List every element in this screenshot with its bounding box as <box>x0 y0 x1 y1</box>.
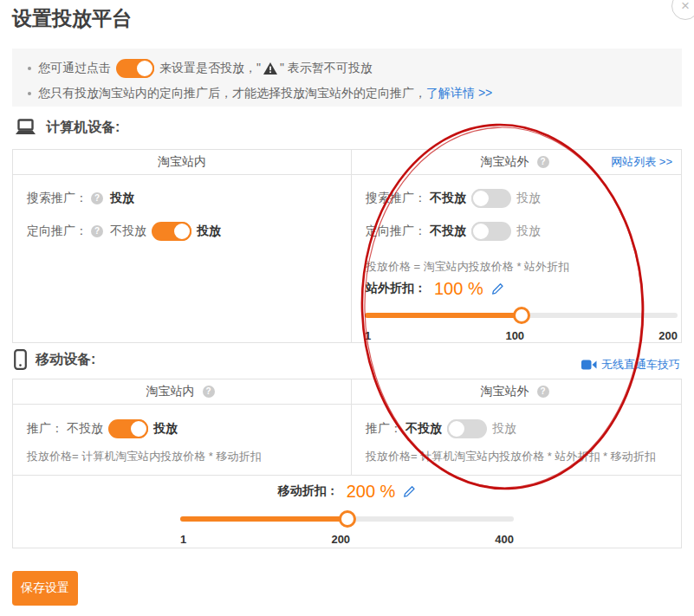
edit-pencil-icon[interactable] <box>403 485 416 498</box>
bullet-dot <box>28 67 31 70</box>
computer-table-header: 淘宝站内 淘宝站外 ? 网站列表 >> <box>13 150 681 175</box>
website-list-link[interactable]: 网站列表 >> <box>611 150 672 174</box>
toggle-knob <box>172 222 191 241</box>
header-offsite: 淘宝站外 ? <box>352 379 681 404</box>
mobile-discount-area: 移动折扣： 200 % 1 200 400 <box>13 475 681 546</box>
notice-line-2: 您只有投放淘宝站内的定向推广后，才能选择投放淘宝站外的定向推广， 了解详情 >> <box>24 82 670 105</box>
targeted-promo-row: 定向推广： 不投放 投放 <box>352 215 681 248</box>
notice-box: 您可通过点击 来设置是否投放，" " 表示暂不可投放 您只有投放淘宝站内的定向推… <box>12 49 682 107</box>
help-icon[interactable]: ? <box>91 225 103 237</box>
slider-handle[interactable] <box>339 510 356 528</box>
toggle-knob <box>447 419 466 438</box>
slider-handle[interactable] <box>513 307 530 324</box>
offsite-price-formula: 投放价格 = 淘宝站内投放价格 * 站外折扣 <box>352 256 681 277</box>
mobile-offsite-formula: 投放价格= 计算机淘宝站内投放价格 * 站外折扣 * 移动折扣 <box>352 446 681 467</box>
learn-more-link[interactable]: 了解详情 >> <box>426 86 492 101</box>
computer-onsite-cell: 搜索推广： ? 投放 定向推广： ? 不投放 投放 <box>13 175 352 342</box>
toggle-knob <box>471 189 490 208</box>
search-promo-row: 搜索推广： 不投放 投放 <box>352 182 681 215</box>
warning-icon <box>263 62 277 75</box>
toggle-knob <box>129 419 148 438</box>
section-title: 移动设备: <box>36 351 95 369</box>
notice-line-1: 您可通过点击 来设置是否投放，" " 表示暂不可投放 <box>24 57 670 80</box>
mobile-onsite-promo-toggle[interactable] <box>108 419 148 438</box>
bullet-dot <box>28 92 31 95</box>
help-icon[interactable]: ? <box>91 192 103 204</box>
mobile-offsite-promo-toggle[interactable] <box>447 419 487 438</box>
targeted-promo-row: 定向推广： ? 不投放 投放 <box>13 215 351 248</box>
toggle-knob <box>471 222 490 241</box>
computer-table: 淘宝站内 淘宝站外 ? 网站列表 >> 搜索推广： ? 投放 定向推广： ? 不… <box>12 149 682 343</box>
mobile-onsite-cell: 推广： 不投放 投放 投放价格= 计算机淘宝站内投放价格 * 移动折扣 <box>13 405 352 475</box>
notice-text: 您只有投放淘宝站内的定向推广后，才能选择投放淘宝站外的定向推广， <box>38 86 426 101</box>
toggle-knob <box>135 59 154 78</box>
help-icon[interactable]: ? <box>537 156 549 168</box>
computer-offsite-cell: 搜索推广： 不投放 投放 定向推广： 不投放 投放 投放价格 = 淘宝站内投放价… <box>352 175 681 342</box>
computer-offsite-search-toggle[interactable] <box>471 189 511 208</box>
notice-text: " 表示暂不可投放 <box>280 61 373 76</box>
mobile-discount-slider[interactable] <box>180 510 514 528</box>
promo-row: 推广： 不投放 投放 <box>13 413 351 444</box>
example-toggle <box>116 59 154 78</box>
computer-section-label: 计算机设备: <box>14 119 120 137</box>
search-promo-row: 搜索推广： ? 投放 <box>13 182 351 215</box>
mobile-discount-value: 200 % <box>347 482 396 502</box>
promo-row: 推广： 不投放 投放 <box>352 413 681 444</box>
offsite-discount-value: 100 % <box>434 279 483 299</box>
video-camera-icon <box>581 360 597 370</box>
edit-pencil-icon[interactable] <box>491 282 504 295</box>
header-onsite: 淘宝站内 ? <box>13 379 352 404</box>
computer-onsite-targeted-toggle[interactable] <box>152 222 191 241</box>
help-icon[interactable]: ? <box>203 386 215 398</box>
notice-text: 您可通过点击 <box>38 61 111 76</box>
help-icon[interactable]: ? <box>537 386 549 398</box>
mobile-section-label: 移动设备: <box>14 349 95 370</box>
mobile-table: 淘宝站内 ? 淘宝站外 ? 推广： 不投放 投放 投放价格= 计算机淘宝站内投放… <box>12 379 682 548</box>
section-title: 计算机设备: <box>46 119 120 137</box>
mobile-offsite-cell: 推广： 不投放 投放 投放价格= 计算机淘宝站内投放价格 * 站外折扣 * 移动… <box>352 405 681 475</box>
notice-text: 来设置是否投放，" <box>159 61 261 76</box>
mobile-discount-line: 移动折扣： 200 % <box>13 480 681 503</box>
offsite-discount-slider[interactable] <box>365 307 678 324</box>
slider-scale: 1 200 400 <box>180 533 514 546</box>
laptop-icon <box>14 119 37 137</box>
computer-offsite-targeted-toggle[interactable] <box>471 222 511 241</box>
phone-icon <box>14 349 27 370</box>
mobile-table-header: 淘宝站内 ? 淘宝站外 ? <box>13 379 681 405</box>
slider-fill <box>365 313 522 318</box>
page-title: 设置投放平台 <box>12 5 132 32</box>
slider-fill <box>180 516 347 522</box>
close-icon[interactable]: × <box>671 0 694 20</box>
wireless-tips-link[interactable]: 无线直通车技巧 <box>581 357 680 373</box>
mobile-onsite-formula: 投放价格= 计算机淘宝站内投放价格 * 移动折扣 <box>13 446 351 467</box>
header-onsite: 淘宝站内 <box>13 150 352 174</box>
slider-scale: 1 100 200 <box>365 329 678 342</box>
save-settings-button[interactable]: 保存设置 <box>12 571 78 606</box>
offsite-discount-line: 站外折扣： 100 % <box>352 277 681 300</box>
